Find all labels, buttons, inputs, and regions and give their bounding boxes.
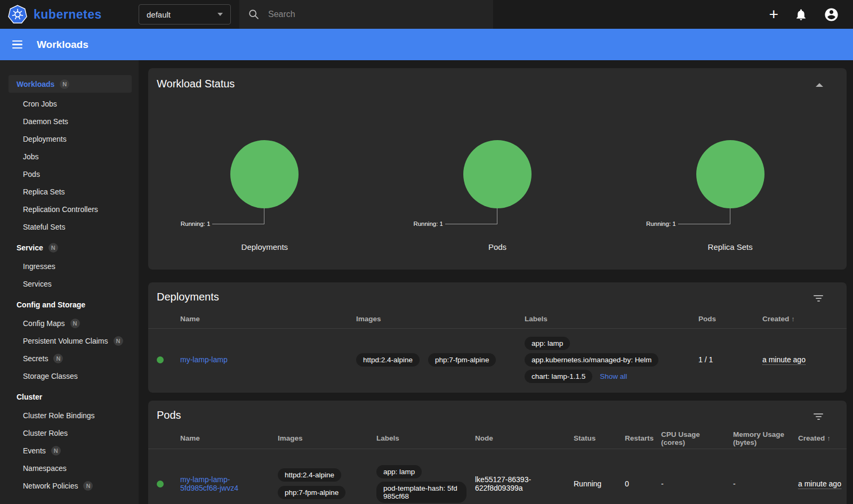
kubernetes-helm-icon [7,5,28,25]
image-chip: httpd:2.4-alpine [356,353,420,367]
search-bar[interactable] [239,0,493,29]
pod-cpu-usage: - [661,479,733,488]
search-icon [248,9,260,20]
namespaced-badge: N [49,243,58,253]
sidebar-item-persistent-volume-claims[interactable]: Persistent Volume Claims N [0,332,132,349]
sidebar-item-cluster[interactable]: Cluster [0,388,132,405]
pods-count: 1 / 1 [698,355,762,364]
column-memory-usage: Memory Usage (bytes) [733,430,798,446]
sidebar-item-pods[interactable]: Pods [0,165,132,183]
sidebar-item-deployments[interactable]: Deployments [0,130,132,148]
sidebar-item-service[interactable]: Service N [0,239,132,256]
sidebar-item-config-and-storage[interactable]: Config and Storage [0,296,132,313]
namespace-selector[interactable]: default [139,4,231,25]
notifications-bell-icon[interactable] [794,8,808,21]
create-resource-icon[interactable]: + [769,8,778,21]
pods-table-header: Name Images Labels Node Status Restarts … [148,428,847,449]
pod-name-link[interactable]: my-lamp-lamp-5fd985cf68-jwvz4 [180,475,269,492]
deployments-title: Deployments [148,282,847,303]
column-status: Status [574,434,625,442]
main-content: Workload Status Running: 1 Deployments [139,60,853,504]
column-images: Images [356,315,525,323]
sidebar-item-jobs[interactable]: Jobs [0,148,132,165]
sidebar-item-workloads[interactable]: Workloads N [9,75,132,93]
label-chip: app: lamp [376,465,422,478]
column-pods: Pods [698,315,762,323]
page-title: Workloads [37,39,88,51]
filter-icon[interactable] [814,295,823,302]
sidebar-item-replication-controllers[interactable]: Replication Controllers [0,200,132,218]
sidebar-item-cron-jobs[interactable]: Cron Jobs [0,95,132,112]
workload-status-title: Workload Status [148,68,847,90]
column-images: Images [278,434,376,442]
sidebar-item-secrets[interactable]: Secrets N [0,349,132,367]
search-input[interactable] [268,10,485,19]
image-chip: php:7-fpm-alpine [278,486,345,499]
created-timestamp: a minute ago [798,479,841,489]
sidebar-item-storage-classes[interactable]: Storage Classes [0,367,132,385]
pods-card: Pods Name Images Labels Node Status Rest… [148,401,847,504]
sidebar-item-namespaces[interactable]: Namespaces [0,459,132,477]
column-created[interactable]: Created↑ [762,315,847,323]
column-cpu-usage: CPU Usage (cores) [661,430,733,446]
pie-running-slice [230,140,299,208]
chevron-down-icon [218,13,223,16]
namespaced-badge: N [51,446,61,456]
sidebar-item-config-maps[interactable]: Config Maps N [0,314,132,332]
column-name[interactable]: Name [180,434,278,442]
sidebar-item-ingresses[interactable]: Ingresses [0,257,132,275]
app-bar: kubernetes default + [0,0,853,29]
kubernetes-logo[interactable]: kubernetes [7,5,139,25]
chart-label: Pods [488,242,506,251]
user-avatar-icon[interactable] [824,7,839,22]
deployments-pie-chart: Running: 1 Deployments [148,140,381,251]
appbar-actions: + [769,7,839,22]
pie-annotation: Running: 1 [179,221,210,227]
pod-status: Running [574,479,625,488]
sidebar-item-stateful-sets[interactable]: Stateful Sets [0,218,132,235]
workload-status-card: Workload Status Running: 1 Deployments [148,68,847,270]
namespaced-badge: N [70,319,80,328]
column-name[interactable]: Name [180,315,356,323]
pod-restarts: 0 [625,479,661,488]
namespaced-badge: N [114,336,123,346]
sidebar-item-services[interactable]: Services [0,275,132,292]
deployments-card: Deployments Name Images Labels Pods Crea… [148,282,847,393]
status-ok-icon [157,481,164,487]
sidebar: Workloads N Cron Jobs Daemon Sets Deploy… [0,60,139,504]
sort-asc-icon: ↑ [791,315,795,323]
label-chip: chart: lamp-1.1.5 [525,370,592,383]
image-chip: php:7-fpm-alpine [428,353,496,367]
column-labels: Labels [376,434,475,442]
sort-asc-icon: ↑ [827,434,831,442]
chart-label: Deployments [242,242,288,251]
image-chip: httpd:2.4-alpine [278,468,341,482]
namespaced-badge: N [83,481,93,491]
sidebar-item-daemon-sets[interactable]: Daemon Sets [0,112,132,130]
namespace-value: default [147,10,171,19]
column-node: Node [475,434,574,442]
menu-icon[interactable] [10,38,25,51]
show-all-link[interactable]: Show all [600,372,627,380]
sidebar-item-network-policies[interactable]: Network Policies N [0,477,132,494]
namespaced-badge: N [60,79,69,89]
sidebar-item-events[interactable]: Events N [0,442,132,459]
pie-annotation: Running: 1 [412,221,443,227]
namespaced-badge: N [53,354,63,363]
collapse-card-button[interactable] [816,83,823,87]
sidebar-item-cluster-roles[interactable]: Cluster Roles [0,424,132,442]
sidebar-item-cluster-role-bindings[interactable]: Cluster Role Bindings [0,407,132,424]
deployment-name-link[interactable]: my-lamp-lamp [180,355,228,364]
pie-running-slice [696,140,765,208]
column-created[interactable]: Created↑ [798,434,847,442]
pie-running-slice [463,140,532,208]
workload-status-charts: Running: 1 Deployments Running: 1 Pods [148,140,847,251]
status-ok-icon [157,356,164,363]
filter-icon[interactable] [814,413,823,420]
chevron-up-icon [816,83,823,87]
node-name: lke55127-86393-622f8d09399a [475,475,542,492]
pods-pie-chart: Running: 1 Pods [381,140,614,251]
label-chip: pod-template-hash: 5fd985cf68 [376,482,466,503]
label-chip: app.kubernetes.io/managed-by: Helm [525,353,658,367]
sidebar-item-replica-sets[interactable]: Replica Sets [0,183,132,200]
